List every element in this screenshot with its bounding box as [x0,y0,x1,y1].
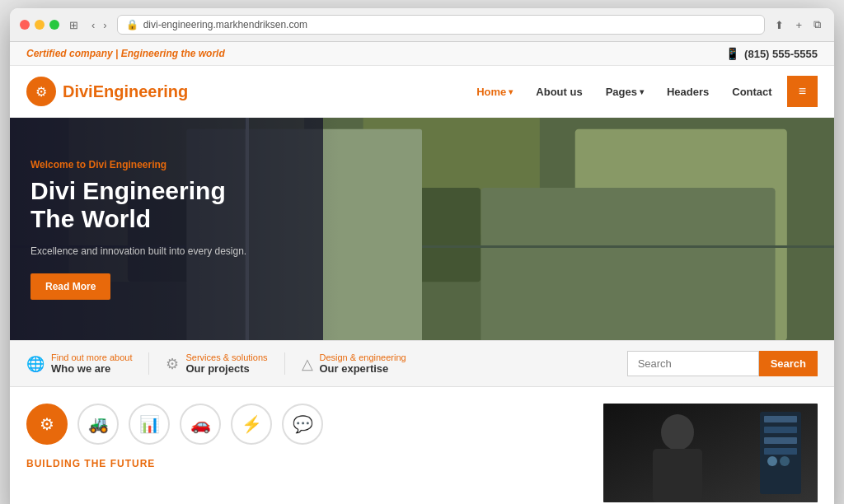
feature-text-projects: Services & solutions Our projects [185,352,267,375]
url-display: divi-engineering.markhendriksen.com [143,19,307,30]
svg-point-2 [661,414,694,450]
nav-item-pages[interactable]: Pages ▾ [594,79,655,105]
feature-small-projects: Services & solutions [185,352,267,362]
person-svg [603,404,818,502]
icon-circles: ⚙ 🚜 📊 🚗 ⚡ 💬 [26,404,587,445]
close-button[interactable] [20,20,30,30]
back-button[interactable]: ‹ [88,17,98,33]
nav-home-label: Home [476,86,506,98]
phone-icon: 📱 [725,47,739,60]
browser-toolbar: ⊞ ‹ › 🔒 divi-engineering.markhendriksen.… [10,8,834,42]
icon-circle-chart[interactable]: 📊 [129,404,170,445]
svg-rect-6 [764,427,797,433]
phone-number[interactable]: (815) 555-5555 [744,48,818,60]
nav-headers-label: Headers [667,86,709,98]
features-items: 🌐 Find out more about Who we are ⚙ Servi… [26,352,627,375]
nav-pages-label: Pages [606,86,637,98]
logo-text-part1: Divi [63,82,93,100]
icons-section: ⚙ 🚜 📊 🚗 ⚡ 💬 BUILDING THE FUTURE [26,404,587,502]
nav-item-headers[interactable]: Headers [655,79,720,105]
maximize-button[interactable] [49,20,59,30]
minimize-button[interactable] [35,20,45,30]
logo-text: DiviEngineering [63,82,188,101]
forward-button[interactable]: › [100,17,110,33]
right-image-person [603,404,818,502]
hero-subtitle: Welcome to Divi Engineering [30,159,302,170]
search-input[interactable] [627,351,759,376]
feature-item-projects[interactable]: ⚙ Services & solutions Our projects [166,352,284,375]
globe-icon: 🌐 [26,355,45,373]
traffic-lights [20,20,59,30]
feature-small-expertise: Design & engineering [320,352,406,362]
chevron-down-icon: ▾ [509,87,513,96]
top-bar: Certified company | Engineering the worl… [10,42,834,66]
top-bar-left: Certified company | Engineering the worl… [26,48,225,59]
hamburger-button[interactable]: ≡ [787,76,818,107]
hero-title-line2: The World [30,205,151,232]
design-icon: △ [302,355,313,373]
hero-title-line1: Divi Engineering [30,177,226,204]
toolbar-actions: ⬆ + ⧉ [771,16,824,33]
feature-item-expertise[interactable]: △ Design & engineering Our expertise [302,352,423,375]
nav-contact-label: Contact [732,86,771,98]
icon-circle-power[interactable]: ⚡ [231,404,272,445]
services-icon: ⚙ [166,355,179,373]
nav-item-about[interactable]: About us [524,79,593,105]
logo-text-part2: Engineering [93,82,189,100]
svg-point-9 [767,456,777,466]
hero-description: Excellence and innovation built into eve… [30,244,302,259]
section-label-building: BUILDING THE FUTURE [26,458,587,469]
icon-circle-chat[interactable]: 💬 [282,404,323,445]
read-more-button[interactable]: Read More [30,273,110,300]
gear-icon: ⚙ [35,84,47,100]
top-bar-right: 📱 (815) 555-5555 [725,47,818,60]
feature-big-expertise: Our expertise [320,362,406,375]
site-header: ⚙ DiviEngineering Home ▾ About us Pages … [10,66,834,118]
sidebar-toggle-icon[interactable]: ⊞ [66,17,82,33]
nav-item-home[interactable]: Home ▾ [465,79,524,105]
feature-small-who: Find out more about [51,352,132,362]
tagline-text: Engineering the world [121,48,225,59]
logo-icon: ⚙ [26,77,56,106]
new-tab-button[interactable]: + [792,16,805,33]
svg-rect-3 [653,449,702,502]
icon-circle-car[interactable]: 🚗 [180,404,221,445]
feature-text-who: Find out more about Who we are [51,352,132,375]
icon-circle-gear[interactable]: ⚙ [26,404,68,445]
address-bar[interactable]: 🔒 divi-engineering.markhendriksen.com [117,15,766,35]
logo[interactable]: ⚙ DiviEngineering [26,77,188,106]
certified-text: Certified company | [26,48,118,59]
nav-about-label: About us [536,86,582,98]
icon-circle-tractor[interactable]: 🚜 [77,404,119,445]
feature-item-who-we-are[interactable]: 🌐 Find out more about Who we are [26,352,149,375]
main-nav: Home ▾ About us Pages ▾ Headers Contact … [465,76,818,107]
hero-section: Welcome to Divi Engineering Divi Enginee… [10,118,834,340]
svg-point-10 [780,456,790,466]
person-photo [603,404,818,502]
feature-text-expertise: Design & engineering Our expertise [320,352,406,375]
feature-big-projects: Our projects [185,362,267,375]
more-button[interactable]: ⧉ [810,16,824,33]
browser-window: ⊞ ‹ › 🔒 divi-engineering.markhendriksen.… [10,8,834,504]
chevron-down-icon-pages: ▾ [640,87,644,96]
features-bar: 🌐 Find out more about Who we are ⚙ Servi… [10,340,834,387]
main-content: ⚙ 🚜 📊 🚗 ⚡ 💬 BUILDING THE FUTURE [10,387,834,504]
hero-title: Divi Engineering The World [30,177,302,234]
hero-overlay: Welcome to Divi Engineering Divi Enginee… [10,118,323,340]
search-area: Search [627,351,818,376]
feature-big-who: Who we are [51,362,132,375]
svg-rect-7 [764,437,797,444]
share-button[interactable]: ⬆ [771,16,787,33]
search-button[interactable]: Search [759,351,818,376]
svg-rect-8 [764,448,797,455]
svg-rect-5 [764,416,797,422]
site-content: Certified company | Engineering the worl… [10,42,834,504]
lock-icon: 🔒 [126,19,138,30]
nav-item-contact[interactable]: Contact [720,79,783,105]
